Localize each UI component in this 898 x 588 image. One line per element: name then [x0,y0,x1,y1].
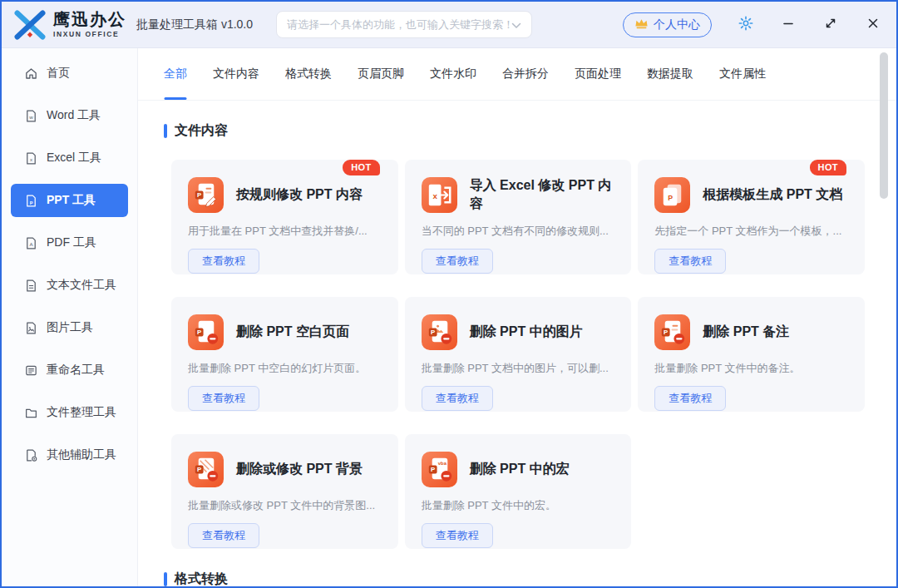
tab-page-process[interactable]: 页面处理 [575,48,621,100]
word-doc-icon: w [24,109,38,123]
ppt-doc-icon: p [24,194,38,208]
tab-watermark[interactable]: 文件水印 [430,48,476,100]
card-description: 批量删除 PPT 文件中的宏。 [422,498,615,513]
card-description: 当不同的 PPT 文档有不同的修改规则... [422,224,615,239]
card-description: 批量删除或修改 PPT 文件中的背景图... [188,498,382,513]
settings-button[interactable] [738,17,754,33]
tool-card[interactable]: vbaP删除 PPT 中的宏批量删除 PPT 文件中的宏。查看教程 [405,434,632,549]
card-title: 根据模板生成 PPT 文档 [703,185,842,204]
view-tutorial-button[interactable]: 查看教程 [422,386,493,411]
ppt-template-icon: P [654,177,690,213]
function-search-select[interactable]: 请选择一个具体的功能，也可输入关键字搜索！ [276,11,532,38]
tab-label: 数据提取 [647,67,693,82]
main-content: 全部文件内容格式转换页眉页脚文件水印合并拆分页面处理数据提取文件属性 文件内容H… [138,48,896,588]
card-description: 批量删除 PPT 文档中的图片，可以删... [422,361,615,376]
sidebar-item-home[interactable]: 首页 [2,57,137,90]
svg-text:P: P [664,329,668,336]
tab-data-extract[interactable]: 数据提取 [647,48,693,100]
sidebar-item-rename-tools[interactable]: 重命名工具 [2,353,137,387]
section-header-file-content: 文件内容 [164,122,865,140]
app-title: 批量处理工具箱 v1.0.0 [136,17,253,32]
sidebar-item-label: 图片工具 [47,320,93,335]
tab-label: 文件水印 [430,67,476,82]
tool-card[interactable]: P删除 PPT 备注批量删除 PPT 文件中的备注。查看教程 [638,297,865,412]
search-placeholder: 请选择一个具体的功能，也可输入关键字搜索！ [287,17,511,32]
doc-gear-icon [24,448,38,462]
tool-card[interactable]: HOTP根据模板生成 PPT 文档先指定一个 PPT 文档作为一个模板，...查… [638,160,865,274]
sidebar-item-label: PPT 工具 [47,193,96,208]
scrollbar-thumb[interactable] [880,52,888,199]
tab-header-footer[interactable]: 页眉页脚 [358,48,404,100]
svg-text:P: P [431,329,435,336]
app-logo: 鹰迅办公 INXUN OFFICE [13,10,126,40]
resize-diagonal-icon [824,17,837,32]
view-tutorial-button[interactable]: 查看教程 [654,386,726,411]
card-title: 删除 PPT 中的宏 [470,460,570,478]
sidebar-item-excel-tools[interactable]: xExcel 工具 [2,141,137,175]
view-tutorial-button[interactable]: 查看教程 [188,386,259,411]
minimize-button[interactable] [780,17,797,33]
svg-text:w: w [28,114,33,120]
view-tutorial-button[interactable]: 查看教程 [422,249,493,274]
svg-text:p: p [30,199,33,205]
app-window: 鹰迅办公 INXUN OFFICE 批量处理工具箱 v1.0.0 请选择一个具体… [0,0,898,588]
view-tutorial-button[interactable]: 查看教程 [188,523,259,548]
card-grid-file-content: HOTP按规则修改 PPT 内容用于批量在 PPT 文档中查找并替换/...查看… [171,160,865,549]
home-icon [24,67,38,81]
card-title: 删除 PPT 空白页面 [236,323,349,341]
view-tutorial-button[interactable]: 查看教程 [188,249,259,274]
tool-card[interactable]: P删除或修改 PPT 背景批量删除或修改 PPT 文件中的背景图...查看教程 [171,434,398,549]
sidebar-item-label: 首页 [47,66,70,81]
sidebar-item-label: 文件整理工具 [47,405,116,420]
sidebar-item-label: PDF 工具 [47,235,96,250]
sidebar-item-ppt-tools[interactable]: pPPT 工具 [11,184,128,217]
card-title: 删除 PPT 中的图片 [470,323,583,341]
tab-merge-split[interactable]: 合并拆分 [502,48,549,100]
category-tabs: 全部文件内容格式转换页眉页脚文件水印合并拆分页面处理数据提取文件属性 [138,48,896,101]
tool-card[interactable]: P删除 PPT 空白页面批量删除 PPT 中空白的幻灯片页面。查看教程 [171,297,398,412]
view-tutorial-button[interactable]: 查看教程 [654,249,726,274]
svg-text:A: A [29,241,33,247]
tab-format-convert[interactable]: 格式转换 [285,48,332,100]
pdf-doc-icon: A [24,236,38,250]
ppt-delete-macro-icon: vbaP [422,452,457,487]
ppt-delete-notes-icon: P [654,314,690,350]
resize-button[interactable] [822,17,839,33]
close-button[interactable] [865,17,881,33]
view-tutorial-button[interactable]: 查看教程 [422,523,493,548]
minimize-icon [782,17,795,32]
sidebar-item-text-file-tools[interactable]: 文本文件工具 [2,269,137,302]
sidebar-item-image-tools[interactable]: 图片工具 [2,311,137,344]
user-center-button[interactable]: 个人中心 [623,12,712,37]
hot-badge: HOT [810,160,846,175]
sidebar-item-file-organize-tools[interactable]: 文件整理工具 [2,396,137,429]
tab-all[interactable]: 全部 [164,48,187,100]
title-bar: 鹰迅办公 INXUN OFFICE 批量处理工具箱 v1.0.0 请选择一个具体… [2,2,896,48]
sidebar-item-label: 重命名工具 [47,363,105,378]
excel-import-icon: x [422,177,457,213]
tool-card[interactable]: HOTP按规则修改 PPT 内容用于批量在 PPT 文档中查找并替换/...查看… [171,160,398,274]
sidebar-item-pdf-tools[interactable]: APDF 工具 [2,226,137,259]
card-title: 删除或修改 PPT 背景 [236,460,363,478]
ppt-delete-image-icon: P [422,314,457,350]
brand-subtitle: INXUN OFFICE [53,30,126,38]
content-scroll-area: 文件内容HOTP按规则修改 PPT 内容用于批量在 PPT 文档中查找并替换/.… [138,101,896,588]
chevron-down-icon [511,17,521,32]
tool-card[interactable]: P删除 PPT 中的图片批量删除 PPT 文档中的图片，可以删...查看教程 [405,297,632,412]
section-title: 格式转换 [175,571,228,588]
tab-label: 文件内容 [213,67,259,82]
brand-x-icon [13,10,47,40]
tab-file-attrs[interactable]: 文件属性 [719,48,766,100]
tab-label: 合并拆分 [502,67,549,82]
svg-text:P: P [431,466,435,473]
tool-card[interactable]: x导入 Excel 修改 PPT 内容当不同的 PPT 文档有不同的修改规则..… [405,160,632,274]
card-title: 删除 PPT 备注 [703,323,789,341]
tab-file-content[interactable]: 文件内容 [213,48,259,100]
sidebar-item-word-tools[interactable]: wWord 工具 [2,99,137,132]
gear-icon [738,16,753,33]
sidebar-item-other-helper-tools[interactable]: 其他辅助工具 [2,438,137,472]
image-doc-icon [24,321,38,335]
user-center-label: 个人中心 [654,17,700,32]
card-description: 批量删除 PPT 中空白的幻灯片页面。 [188,361,382,376]
tab-label: 全部 [164,67,187,82]
